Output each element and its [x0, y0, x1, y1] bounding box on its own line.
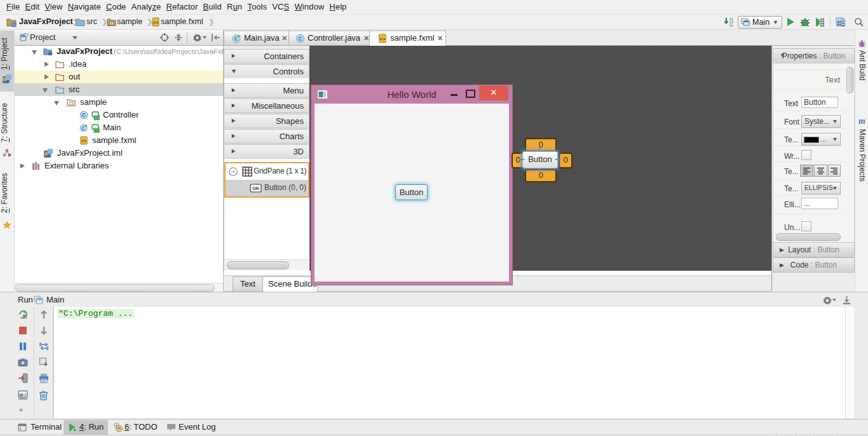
- svg-text:C: C: [298, 36, 302, 42]
- svg-text:OK: OK: [252, 186, 260, 191]
- svg-text:<>: <>: [81, 139, 86, 143]
- svg-text:C: C: [82, 112, 86, 118]
- svg-text:<>: <>: [380, 36, 386, 42]
- svg-text:01: 01: [729, 24, 733, 27]
- svg-text:<>: <>: [153, 20, 159, 25]
